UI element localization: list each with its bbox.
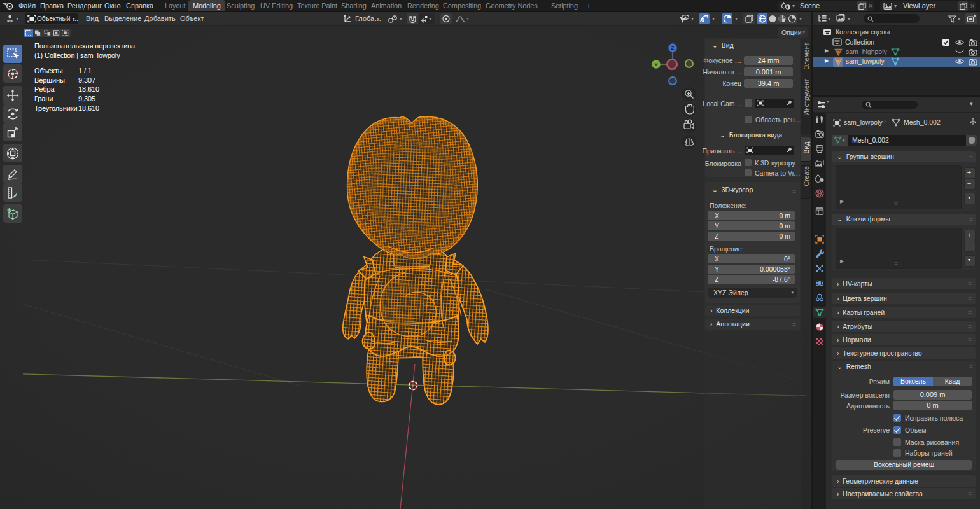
svg-text:Z: Z <box>671 45 675 51</box>
svg-text:Y: Y <box>654 62 658 67</box>
